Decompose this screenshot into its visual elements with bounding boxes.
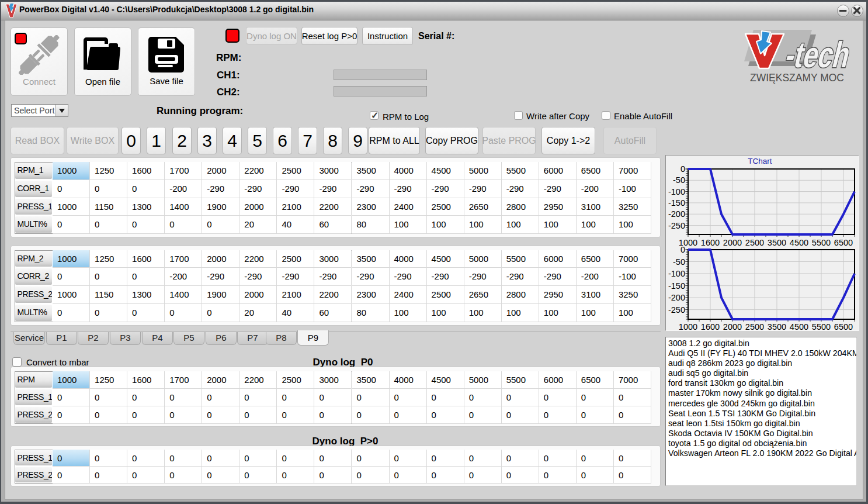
svg-text:3500: 3500 [768, 322, 786, 332]
svg-text:6500: 6500 [834, 322, 853, 332]
svg-text:-50: -50 [673, 257, 685, 267]
svg-text:-250: -250 [668, 221, 685, 230]
svg-text:2000: 2000 [723, 322, 742, 332]
svg-text:-200: -200 [668, 209, 685, 219]
svg-text:-250: -250 [668, 305, 685, 315]
svg-text:6500: 6500 [834, 238, 853, 247]
svg-text:5500: 5500 [812, 322, 831, 332]
svg-text:5500: 5500 [812, 238, 831, 247]
svg-text:4500: 4500 [790, 322, 808, 332]
svg-text:-tech: -tech [782, 34, 855, 75]
svg-text:2000: 2000 [723, 238, 742, 247]
svg-text:-150: -150 [668, 281, 685, 291]
svg-text:4500: 4500 [790, 238, 808, 247]
svg-text:-100: -100 [668, 187, 685, 196]
svg-text:ZWIĘKSZAMY MOC: ZWIĘKSZAMY MOC [750, 72, 844, 84]
svg-text:2500: 2500 [745, 238, 764, 247]
svg-text:-200: -200 [668, 293, 685, 302]
svg-text:-50: -50 [673, 175, 685, 185]
svg-text:-150: -150 [668, 198, 685, 208]
svg-text:1600: 1600 [701, 238, 720, 247]
svg-text:1000: 1000 [679, 322, 697, 332]
svg-text:-100: -100 [668, 269, 685, 278]
svg-text:2500: 2500 [745, 322, 764, 332]
svg-text:TChart: TChart [748, 157, 772, 165]
svg-text:3500: 3500 [768, 238, 786, 247]
svg-text:1600: 1600 [701, 322, 720, 332]
